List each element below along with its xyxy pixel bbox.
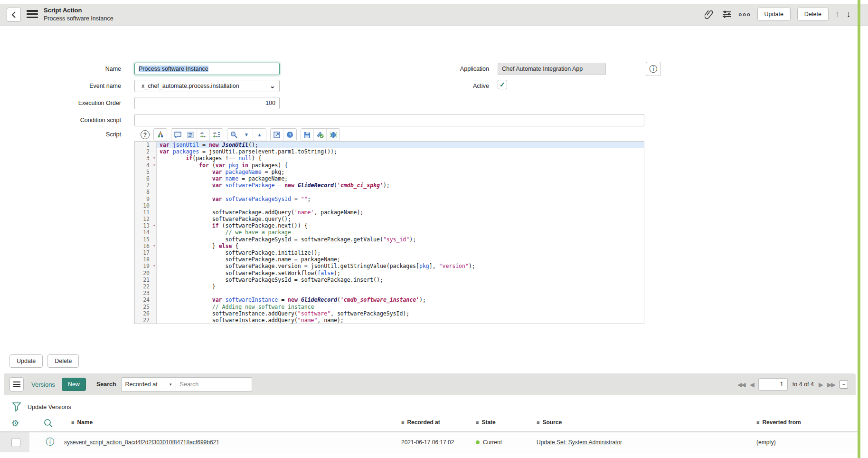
code-line[interactable]: 5var packageName = pkg;	[135, 169, 644, 175]
line-number: 2	[135, 148, 157, 155]
list-personalize-gear-icon[interactable]: ⚙	[11, 418, 19, 429]
personalize-sliders-icon[interactable]	[721, 9, 733, 20]
code-line[interactable]: 16▾} else {	[135, 243, 644, 249]
code-line[interactable]: 6var name = packageName;	[135, 175, 644, 182]
column-header-recorded-at[interactable]: ≡Recorded at	[401, 419, 440, 426]
code-line[interactable]: 11softwarePackage.addQuery('name', packa…	[135, 209, 644, 216]
column-header-state[interactable]: ≡State	[476, 419, 496, 426]
code-line[interactable]: 25// Adding new software instance	[135, 304, 644, 310]
fold-marker-icon[interactable]: ▾	[153, 243, 155, 249]
column-header-name[interactable]: ≡Name	[71, 419, 93, 426]
column-menu-icon: ≡	[756, 420, 759, 425]
scroll-down-icon[interactable]: ↓	[847, 9, 851, 19]
first-page-icon[interactable]: ◀◀	[737, 381, 745, 388]
back-button[interactable]	[7, 8, 21, 22]
record-info-icon[interactable]: ⓘ	[46, 438, 54, 446]
last-page-icon[interactable]: ▶▶	[827, 381, 835, 388]
code-line[interactable]: 9var softwarePackageSysId = "";	[135, 196, 644, 202]
update-button-header[interactable]: Update	[757, 8, 791, 21]
code-line[interactable]: 10	[135, 202, 644, 209]
page-title: Script Action	[44, 7, 113, 15]
context-menu-icon[interactable]	[27, 10, 38, 19]
table-row[interactable]: ⓘ sysevent_script_action_8acd4f2d2f30301…	[0, 431, 859, 452]
code-line[interactable]: 23	[135, 290, 644, 296]
save-icon[interactable]	[301, 129, 314, 141]
name-input[interactable]: Process software Instance	[134, 63, 280, 75]
line-number: 5	[135, 169, 157, 175]
code-line[interactable]: 4▾for (var pkg in packages) {	[135, 162, 644, 169]
code-line[interactable]: 8	[135, 189, 644, 195]
code-line[interactable]: 2var packages = jsonUtil.parse(event.par…	[135, 148, 644, 155]
version-name-link[interactable]: sysevent_script_action_8acd4f2d2f303010f…	[64, 439, 219, 446]
filter-funnel-icon[interactable]	[12, 402, 21, 412]
event-name-select[interactable]: x_chef_automate.process.installation ⌄	[134, 80, 280, 92]
code-line[interactable]: 15softwarePackageSysId = softwarePackage…	[135, 236, 644, 243]
condition-script-input[interactable]	[134, 114, 644, 126]
code-line[interactable]: 12softwarePackage.query();	[135, 216, 644, 222]
attachment-paperclip-icon[interactable]	[703, 9, 715, 20]
line-number: 21	[135, 277, 157, 283]
line-number: 9	[135, 196, 157, 202]
search-field-value: Recorded at	[125, 381, 158, 388]
versions-title-link[interactable]: Versions	[31, 381, 55, 388]
search-icon[interactable]	[227, 129, 240, 141]
code-line[interactable]: 3▾if(packages !== null) {	[135, 155, 644, 162]
line-number: 12	[135, 216, 157, 222]
page-number-input[interactable]	[758, 378, 788, 391]
code-line[interactable]: 20softwarePackage.setWorkflow(false);	[135, 270, 644, 277]
column-search-icon[interactable]	[44, 419, 53, 428]
open-in-window-icon[interactable]	[271, 129, 283, 141]
fold-marker-icon[interactable]: ▾	[153, 155, 155, 162]
more-options-icon[interactable]: ooo	[739, 9, 751, 20]
code-line[interactable]: 7var softwarePackage = new GlideRecord('…	[135, 182, 644, 189]
scratchpad-icon[interactable]	[154, 129, 167, 141]
replace-icon[interactable]: abac	[197, 129, 210, 141]
application-info-button[interactable]: ⓘ	[646, 62, 661, 76]
fold-marker-icon[interactable]: ▾	[153, 222, 155, 229]
scroll-up-icon[interactable]: ↑	[835, 9, 840, 19]
start-debugging-icon[interactable]	[327, 129, 340, 141]
code-line[interactable]: 13▾if (softwarePackage.next()) {	[135, 222, 644, 229]
code-line[interactable]: 24var softwareInstance = new GlideRecord…	[135, 296, 644, 303]
code-line[interactable]: 1var jsonUtil = new JsonUtil();	[135, 142, 644, 148]
active-checkbox[interactable]: ✓	[498, 80, 507, 89]
filter-title[interactable]: Update Versions	[28, 404, 71, 410]
code-line[interactable]: 17softwarePackage.initialize();	[135, 249, 644, 256]
next-page-icon[interactable]: ▶	[819, 381, 822, 388]
toggle-comment-icon[interactable]	[171, 129, 184, 141]
script-editor[interactable]: 1var jsonUtil = new JsonUtil();2var pack…	[134, 141, 644, 324]
column-header-source[interactable]: ≡Source	[537, 419, 562, 426]
source-link[interactable]: Update Set: System Administrator	[537, 439, 622, 446]
column-header-reverted-from[interactable]: ≡Reverted from	[756, 419, 801, 426]
fold-marker-icon[interactable]: ▾	[153, 162, 155, 169]
line-number: 13▾	[135, 222, 157, 229]
find-next-icon[interactable]: ▼	[240, 129, 253, 141]
code-line[interactable]: 21softwarePackageSysId = softwarePackage…	[135, 277, 644, 283]
update-button-footer[interactable]: Update	[9, 354, 43, 368]
delete-button-header[interactable]: Delete	[797, 8, 829, 21]
code-line[interactable]: 22}	[135, 283, 644, 290]
delete-button-footer[interactable]: Delete	[47, 354, 79, 368]
code-line[interactable]: 19▾softwarePackage.version = jsonUtil.ge…	[135, 263, 644, 269]
search-field-select[interactable]: Recorded at ▾	[121, 377, 176, 391]
collapse-list-icon[interactable]: −	[840, 380, 848, 389]
versions-search-input[interactable]	[176, 377, 252, 391]
fold-marker-icon[interactable]: ▾	[153, 263, 155, 269]
row-checkbox[interactable]	[11, 438, 20, 447]
syntax-check-icon[interactable]	[314, 129, 327, 141]
code-line[interactable]: 26softwareInstance.addQuery("software", …	[135, 310, 644, 317]
new-button[interactable]: New	[62, 378, 86, 391]
code-line[interactable]: 18softwarePackage.name = packageName;	[135, 256, 644, 263]
list-context-menu-icon[interactable]	[9, 377, 24, 391]
code-line[interactable]: 14// we have a package	[135, 229, 644, 236]
replace-all-icon[interactable]: abac	[210, 129, 223, 141]
record-title: Process software Instance	[44, 15, 113, 22]
format-code-icon[interactable]	[184, 129, 197, 141]
execution-order-input[interactable]	[134, 97, 280, 109]
pagination: ◀◀ ◀ to 4 of 4 ▶ ▶▶ −	[737, 378, 848, 391]
api-help-icon[interactable]: ?	[283, 129, 296, 141]
field-help-icon[interactable]: ?	[141, 130, 150, 139]
previous-page-icon[interactable]: ◀	[750, 381, 754, 388]
find-previous-icon[interactable]: ▲	[253, 129, 266, 141]
code-line[interactable]: 27softwareInstance.addQuery("name", name…	[135, 317, 644, 324]
